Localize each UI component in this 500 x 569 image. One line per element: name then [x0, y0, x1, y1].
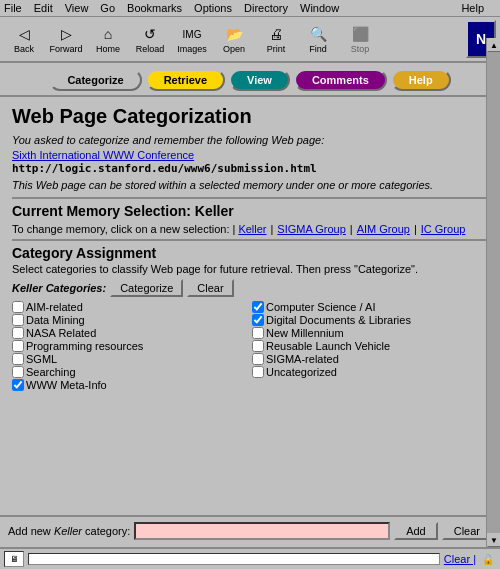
tab-help[interactable]: Help [391, 69, 451, 91]
status-icon: 🖥 [4, 551, 24, 567]
memory-link-aim[interactable]: AIM Group [357, 223, 410, 235]
find-button[interactable]: 🔍 Find [298, 21, 338, 57]
tab-categorize[interactable]: Categorize [49, 69, 141, 91]
images-icon: IMG [180, 24, 204, 44]
checkbox-sigma-related[interactable] [252, 353, 264, 365]
memory-links-row: To change memory, click on a new selecti… [12, 223, 488, 235]
back-icon: ◁ [12, 24, 36, 44]
tab-view[interactable]: View [229, 69, 290, 91]
menu-bar: File Edit View Go Bookmarks Options Dire… [0, 0, 500, 17]
storage-note: This Web page can be stored within a sel… [12, 179, 488, 191]
list-item: SIGMA-related [252, 353, 488, 365]
list-item: Data Mining [12, 314, 248, 326]
scroll-up-arrow[interactable]: ▲ [487, 38, 500, 52]
stop-button[interactable]: ⬛ Stop [340, 21, 380, 57]
checkbox-new-millennium[interactable] [252, 327, 264, 339]
checkbox-uncategorized[interactable] [252, 366, 264, 378]
memory-change-text: To change memory, click on a new selecti… [12, 223, 235, 235]
images-button[interactable]: IMG Images [172, 21, 212, 57]
toolbar: ◁ Back ▷ Forward ⌂ Home ↺ Reload IMG Ima… [0, 17, 500, 63]
memory-section-title: Current Memory Selection: Keller [12, 203, 488, 219]
tab-bar: Categorize Retrieve View Comments Help [0, 63, 500, 97]
list-item: Searching [12, 366, 248, 378]
checkbox-reusable-launch[interactable] [252, 340, 264, 352]
scroll-down-arrow[interactable]: ▼ [487, 533, 500, 547]
list-item: New Millennium [252, 327, 488, 339]
progress-bar [28, 553, 440, 565]
open-icon: 📂 [222, 24, 246, 44]
find-icon: 🔍 [306, 24, 330, 44]
list-item: AIM-related [12, 301, 248, 313]
list-item: Digital Documents & Libraries [252, 314, 488, 326]
images-label: Images [177, 44, 207, 54]
list-item: Reusable Launch Vehicle [252, 340, 488, 352]
add-category-label: Add new Keller category: [8, 525, 130, 537]
lock-icon: 🔓 [480, 551, 496, 567]
add-clear-button[interactable]: Clear [442, 522, 492, 540]
divider-category [12, 239, 488, 241]
open-button[interactable]: 📂 Open [214, 21, 254, 57]
forward-button[interactable]: ▷ Forward [46, 21, 86, 57]
page-link[interactable]: Sixth International WWW Conference [12, 149, 194, 161]
find-label: Find [309, 44, 327, 54]
checkbox-data-mining[interactable] [12, 314, 24, 326]
list-item: NASA Related [12, 327, 248, 339]
checkbox-nasa-related[interactable] [12, 327, 24, 339]
print-button[interactable]: 🖨 Print [256, 21, 296, 57]
home-button[interactable]: ⌂ Home [88, 21, 128, 57]
clear-link[interactable]: Clear | [444, 553, 476, 565]
forward-label: Forward [49, 44, 82, 54]
select-instructions: Select categories to classify Web page f… [12, 263, 488, 275]
menu-file[interactable]: File [4, 2, 22, 14]
clear-categories-button[interactable]: Clear [187, 279, 233, 297]
reload-label: Reload [136, 44, 165, 54]
add-category-input[interactable] [134, 522, 390, 540]
list-item: SGML [12, 353, 248, 365]
keller-row: Keller Categories: Categorize Clear [12, 279, 488, 297]
checkbox-searching[interactable] [12, 366, 24, 378]
main-content: Web Page Categorization You asked to cat… [0, 97, 500, 496]
back-button[interactable]: ◁ Back [4, 21, 44, 57]
add-category-bar: Add new Keller category: Add Clear [0, 515, 500, 545]
checkbox-www-meta-info[interactable] [12, 379, 24, 391]
menu-help[interactable]: Help [461, 2, 484, 14]
checkbox-programming-resources[interactable] [12, 340, 24, 352]
menu-bookmarks[interactable]: Bookmarks [127, 2, 182, 14]
menu-edit[interactable]: Edit [34, 2, 53, 14]
memory-link-ic[interactable]: IC Group [421, 223, 466, 235]
memory-link-sigma[interactable]: SIGMA Group [277, 223, 345, 235]
menu-directory[interactable]: Directory [244, 2, 288, 14]
checkbox-aim-related[interactable] [12, 301, 24, 313]
memory-link-keller[interactable]: Keller [238, 223, 266, 235]
checkbox-digital-documents[interactable] [252, 314, 264, 326]
categorize-button[interactable]: Categorize [110, 279, 183, 297]
page-title: Web Page Categorization [12, 105, 488, 128]
home-icon: ⌂ [96, 24, 120, 44]
reload-icon: ↺ [138, 24, 162, 44]
menu-go[interactable]: Go [100, 2, 115, 14]
list-item: Uncategorized [252, 366, 488, 378]
list-item: Computer Science / AI [252, 301, 488, 313]
add-button[interactable]: Add [394, 522, 438, 540]
divider-memory [12, 197, 488, 199]
open-label: Open [223, 44, 245, 54]
menu-window[interactable]: Window [300, 2, 339, 14]
checkbox-sgml[interactable] [12, 353, 24, 365]
print-icon: 🖨 [264, 24, 288, 44]
scroll-track[interactable] [487, 52, 500, 533]
categories-grid: AIM-related Computer Science / AI Data M… [12, 301, 488, 391]
menu-view[interactable]: View [65, 2, 89, 14]
tab-retrieve[interactable]: Retrieve [146, 69, 225, 91]
page-url: http://logic.stanford.edu/www6/submissio… [12, 162, 488, 175]
keller-label: Keller Categories: [12, 282, 106, 294]
menu-options[interactable]: Options [194, 2, 232, 14]
stop-icon: ⬛ [348, 24, 372, 44]
home-label: Home [96, 44, 120, 54]
checkbox-computer-science-ai[interactable] [252, 301, 264, 313]
forward-icon: ▷ [54, 24, 78, 44]
reload-button[interactable]: ↺ Reload [130, 21, 170, 57]
list-item: WWW Meta-Info [12, 379, 248, 391]
scrollbar[interactable]: ▲ ▼ [486, 38, 500, 547]
tab-comments[interactable]: Comments [294, 69, 387, 91]
print-label: Print [267, 44, 286, 54]
